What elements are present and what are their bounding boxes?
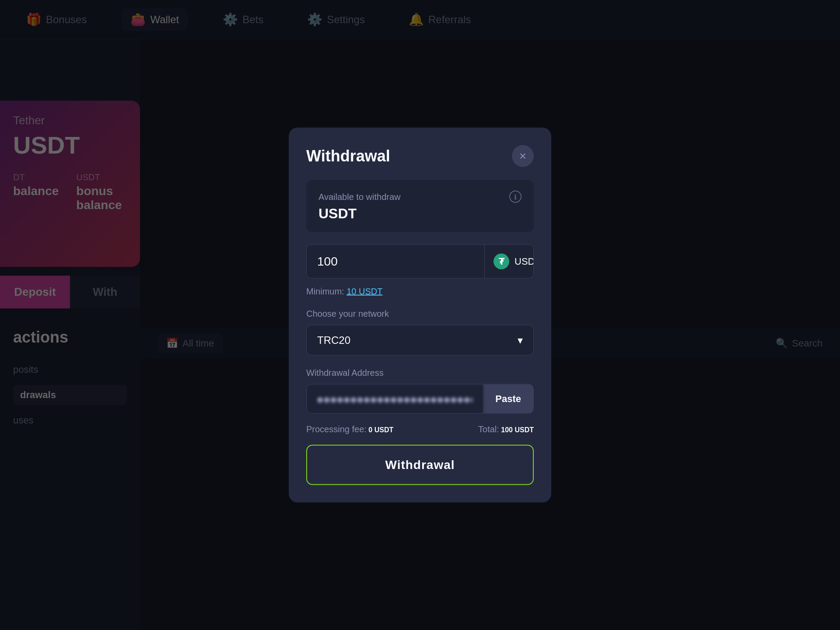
fee-label: Processing fee: [306, 424, 367, 434]
address-input[interactable] [307, 385, 483, 413]
amount-input[interactable] [307, 245, 484, 278]
currency-label: USDT [514, 256, 534, 267]
fee-section: Processing fee: 0 USDT [306, 424, 393, 434]
network-select[interactable]: TRC20 ▾ [306, 325, 534, 356]
network-label: Choose your network [306, 309, 534, 319]
tether-icon: ₮ [494, 254, 509, 270]
available-label-text: Available to withdraw [318, 192, 401, 202]
address-input-row: Paste [306, 384, 534, 414]
available-box: Available to withdraw ℹ USDT [306, 180, 534, 232]
modal-title: Withdrawal [306, 147, 390, 165]
network-value: TRC20 [317, 334, 350, 346]
available-amount: USDT [318, 206, 522, 222]
fee-value: 0 USDT [368, 426, 393, 434]
modal-header: Withdrawal × [306, 145, 534, 167]
network-dropdown-arrow: ▾ [518, 334, 523, 346]
total-section: Total: 100 USDT [478, 424, 534, 434]
minimum-link[interactable]: 10 USDT [346, 287, 382, 296]
total-label: Total: [478, 424, 499, 434]
withdrawal-button[interactable]: Withdrawal [306, 445, 534, 485]
info-icon[interactable]: ℹ [509, 191, 522, 203]
withdrawal-modal: Withdrawal × Available to withdraw ℹ USD… [289, 128, 551, 503]
available-label-row: Available to withdraw ℹ [318, 191, 522, 203]
address-label: Withdrawal Address [306, 368, 534, 378]
paste-button[interactable]: Paste [483, 385, 533, 413]
close-button[interactable]: × [512, 145, 534, 167]
minimum-text: Minimum: 10 USDT [306, 287, 534, 297]
fee-row: Processing fee: 0 USDT Total: 100 USDT [306, 424, 534, 434]
total-value: 100 USDT [501, 426, 534, 434]
amount-input-row: ₮ USDT ▾ [306, 245, 534, 279]
currency-selector[interactable]: ₮ USDT ▾ [484, 245, 534, 278]
